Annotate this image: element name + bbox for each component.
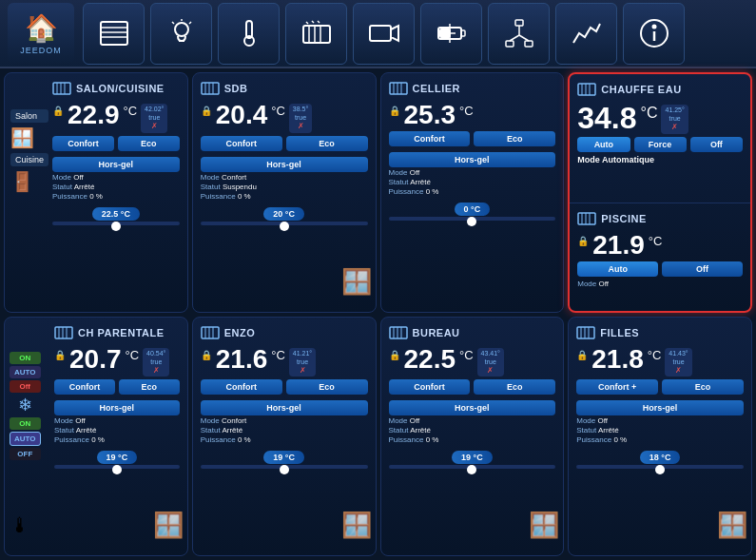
nav-light-button[interactable] — [150, 3, 212, 65]
mode-status: Mode Off — [576, 416, 744, 425]
lock-icon: 🔒 — [201, 106, 212, 116]
hors-gel-button[interactable]: Hors-gel — [389, 400, 556, 415]
force-button[interactable]: Force — [634, 137, 687, 152]
ch-parentale-temp-row: 🔒 20.7 °C 40.54° true ✗ — [54, 346, 180, 377]
piscine-title: PISCINE — [601, 213, 647, 224]
nav-chart-button[interactable] — [555, 3, 617, 65]
hors-gel-button[interactable]: Hors-gel — [201, 400, 368, 415]
nav-temperature-button[interactable] — [218, 3, 280, 65]
on-auto-controls: ON AUTO Off ❄ ON AUTO OFF — [10, 352, 41, 460]
set-temp-value: 0 °C — [455, 203, 491, 216]
cellier-unit: °C — [459, 104, 474, 118]
room-chauffe-eau-piscine: CHAUFFE EAU 34.8 °C 41.25° true ✗ Auto F… — [568, 72, 752, 313]
sdb-temp: 20.4 — [216, 102, 268, 128]
eco-button[interactable]: Eco — [286, 136, 368, 151]
confort-button[interactable]: Confort — [52, 136, 114, 151]
svg-rect-28 — [525, 41, 533, 47]
nav-info-button[interactable] — [623, 3, 685, 65]
svg-line-7 — [172, 22, 174, 24]
eco-button[interactable]: Eco — [118, 136, 180, 151]
salon-cuisine-mode-btns: Confort Eco — [52, 136, 180, 151]
off-button-1[interactable]: Off — [10, 380, 41, 393]
shutter-icon: 🪟 — [717, 511, 747, 540]
set-temp-value: 18 °C — [640, 451, 681, 464]
enzo-badge: 41.21° true ✗ — [289, 348, 316, 377]
nav-camera-button[interactable] — [353, 3, 415, 65]
svg-rect-47 — [578, 84, 595, 95]
statut-status: Statut Arrêté — [201, 426, 368, 434]
svg-line-8 — [189, 22, 191, 24]
svg-rect-63 — [390, 327, 407, 338]
mode-status: Mode Off — [389, 168, 556, 177]
home-icon: 🏠 — [25, 12, 58, 44]
chauffe-eau-mode-btns: Auto Force Off — [577, 137, 743, 152]
window-icon: 🪟 — [10, 126, 48, 149]
top-navigation: 🏠 JEEDOM — [0, 0, 756, 68]
hors-gel-button[interactable]: Hors-gel — [389, 152, 556, 167]
chauffe-eau-unit: °C — [641, 105, 658, 122]
set-temp-value: 22.5 °C — [92, 207, 140, 221]
puissance-status: Puissance 0 % — [201, 435, 368, 444]
svg-rect-22 — [461, 30, 465, 36]
eco-button[interactable]: Eco — [474, 131, 555, 146]
off-button[interactable]: Off — [662, 261, 743, 277]
brand-logo[interactable]: 🏠 JEEDOM — [8, 3, 74, 65]
svg-rect-59 — [202, 327, 219, 338]
brand-name: JEEDOM — [20, 46, 62, 55]
confort-button[interactable]: Confort — [389, 379, 471, 395]
svg-point-4 — [175, 23, 188, 36]
hors-gel-button[interactable]: Hors-gel — [52, 157, 180, 172]
auto-button[interactable]: Auto — [577, 137, 630, 152]
shutter-icon — [97, 16, 131, 50]
piscine-unit: °C — [649, 234, 663, 248]
on-button-1[interactable]: ON — [10, 352, 41, 364]
svg-line-31 — [519, 35, 529, 41]
temp-slider[interactable] — [54, 465, 180, 469]
puissance-status: Puissance 0 % — [201, 192, 368, 201]
hors-gel-button[interactable]: Hors-gel — [576, 400, 744, 415]
auto-button[interactable]: Auto — [577, 261, 658, 277]
confort-button[interactable]: Confort — [201, 136, 282, 151]
filles-badge: 41.43° true ✗ — [665, 348, 691, 377]
temp-slider[interactable] — [52, 222, 180, 225]
temp-slider[interactable] — [201, 465, 368, 469]
svg-rect-26 — [515, 20, 523, 26]
radiator-icon-small — [201, 79, 220, 98]
temp-slider[interactable] — [389, 217, 556, 221]
room-sdb: SDB 🔒 20.4 °C 38.5° true ✗ Confort Eco H… — [192, 72, 377, 313]
eco-button[interactable]: Eco — [662, 379, 744, 395]
auto-button-2[interactable]: AUTO — [10, 432, 41, 446]
eco-button[interactable]: Eco — [119, 379, 180, 395]
bureau-unit: °C — [459, 348, 474, 362]
on-button-2[interactable]: ON — [10, 417, 41, 430]
off-button[interactable]: Off — [690, 137, 743, 152]
temp-slider[interactable] — [389, 465, 556, 469]
room-chauffe-eau: CHAUFFE EAU 34.8 °C 41.25° true ✗ Auto F… — [570, 74, 750, 203]
nav-radiator-button[interactable] — [285, 3, 347, 65]
confort-plus-button[interactable]: Confort + — [576, 379, 658, 395]
nav-power-button[interactable] — [420, 3, 482, 65]
chauffe-eau-title: CHAUFFE EAU — [601, 84, 681, 95]
hors-gel-button[interactable]: Hors-gel — [201, 157, 368, 172]
svg-rect-0 — [101, 22, 127, 45]
puissance-status: Puissance 0 % — [389, 435, 556, 444]
off-button-2[interactable]: OFF — [10, 448, 41, 460]
enzo-unit: °C — [271, 348, 285, 362]
temp-slider[interactable] — [201, 222, 368, 225]
confort-button[interactable]: Confort — [201, 379, 282, 395]
nav-network-button[interactable] — [488, 3, 550, 65]
auto-button-1[interactable]: AUTO — [10, 366, 41, 378]
sdb-mode-btns: Confort Eco — [201, 136, 368, 151]
cellier-title: CELLIER — [413, 83, 461, 94]
confort-button[interactable]: Confort — [389, 131, 471, 146]
eco-button[interactable]: Eco — [286, 379, 368, 395]
temp-slider[interactable] — [576, 465, 744, 469]
room-cellier: CELLIER 🔒 25.3 °C Confort Eco Hors-gel M… — [380, 72, 565, 313]
room-piscine: PISCINE 🔒 21.9 °C Auto Off Mode Off — [570, 203, 750, 311]
confort-button[interactable]: Confort — [54, 379, 115, 395]
nav-shutter-button[interactable] — [83, 3, 145, 65]
svg-rect-27 — [506, 41, 514, 47]
eco-button[interactable]: Eco — [474, 379, 555, 395]
salon-cuisine-header: SALON/CUISINE — [52, 79, 180, 98]
hors-gel-button[interactable]: Hors-gel — [54, 400, 180, 415]
